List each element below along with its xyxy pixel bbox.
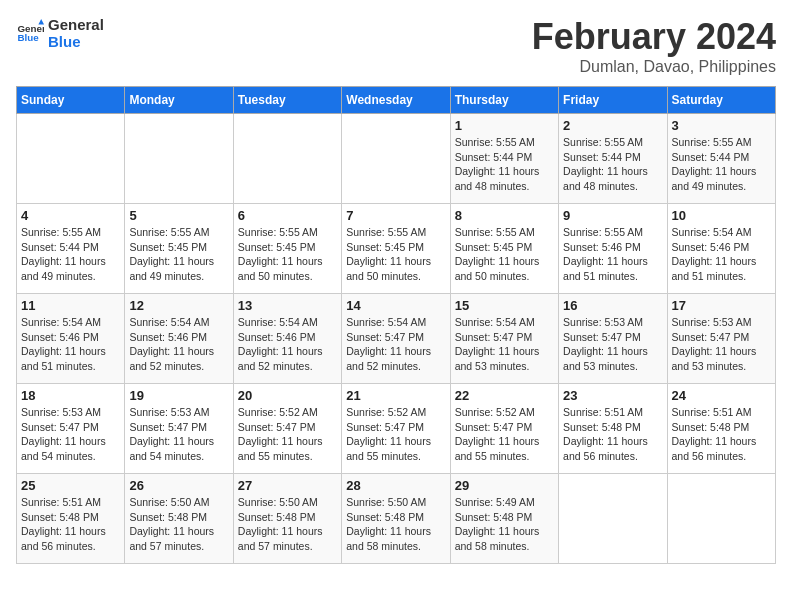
day-number: 6 bbox=[238, 208, 337, 223]
calendar-week-row: 4Sunrise: 5:55 AM Sunset: 5:44 PM Daylig… bbox=[17, 204, 776, 294]
day-info: Sunrise: 5:50 AM Sunset: 5:48 PM Dayligh… bbox=[238, 495, 337, 554]
day-number: 20 bbox=[238, 388, 337, 403]
weekday-header: Saturday bbox=[667, 87, 775, 114]
calendar-cell: 7Sunrise: 5:55 AM Sunset: 5:45 PM Daylig… bbox=[342, 204, 450, 294]
day-number: 13 bbox=[238, 298, 337, 313]
day-number: 11 bbox=[21, 298, 120, 313]
day-info: Sunrise: 5:54 AM Sunset: 5:47 PM Dayligh… bbox=[346, 315, 445, 374]
day-info: Sunrise: 5:53 AM Sunset: 5:47 PM Dayligh… bbox=[563, 315, 662, 374]
day-info: Sunrise: 5:52 AM Sunset: 5:47 PM Dayligh… bbox=[346, 405, 445, 464]
day-info: Sunrise: 5:49 AM Sunset: 5:48 PM Dayligh… bbox=[455, 495, 554, 554]
calendar-week-row: 1Sunrise: 5:55 AM Sunset: 5:44 PM Daylig… bbox=[17, 114, 776, 204]
calendar-cell bbox=[342, 114, 450, 204]
calendar-cell: 21Sunrise: 5:52 AM Sunset: 5:47 PM Dayli… bbox=[342, 384, 450, 474]
calendar-cell: 22Sunrise: 5:52 AM Sunset: 5:47 PM Dayli… bbox=[450, 384, 558, 474]
day-number: 8 bbox=[455, 208, 554, 223]
calendar-cell: 3Sunrise: 5:55 AM Sunset: 5:44 PM Daylig… bbox=[667, 114, 775, 204]
day-info: Sunrise: 5:53 AM Sunset: 5:47 PM Dayligh… bbox=[21, 405, 120, 464]
day-info: Sunrise: 5:51 AM Sunset: 5:48 PM Dayligh… bbox=[672, 405, 771, 464]
day-info: Sunrise: 5:52 AM Sunset: 5:47 PM Dayligh… bbox=[238, 405, 337, 464]
header: General Blue General Blue February 2024 … bbox=[16, 16, 776, 76]
calendar-week-row: 25Sunrise: 5:51 AM Sunset: 5:48 PM Dayli… bbox=[17, 474, 776, 564]
calendar-cell: 16Sunrise: 5:53 AM Sunset: 5:47 PM Dayli… bbox=[559, 294, 667, 384]
day-number: 2 bbox=[563, 118, 662, 133]
weekday-header: Monday bbox=[125, 87, 233, 114]
weekday-header: Tuesday bbox=[233, 87, 341, 114]
calendar-cell: 25Sunrise: 5:51 AM Sunset: 5:48 PM Dayli… bbox=[17, 474, 125, 564]
day-info: Sunrise: 5:54 AM Sunset: 5:46 PM Dayligh… bbox=[129, 315, 228, 374]
day-number: 9 bbox=[563, 208, 662, 223]
day-number: 22 bbox=[455, 388, 554, 403]
calendar-cell: 26Sunrise: 5:50 AM Sunset: 5:48 PM Dayli… bbox=[125, 474, 233, 564]
day-info: Sunrise: 5:55 AM Sunset: 5:45 PM Dayligh… bbox=[346, 225, 445, 284]
day-info: Sunrise: 5:50 AM Sunset: 5:48 PM Dayligh… bbox=[129, 495, 228, 554]
location-subtitle: Dumlan, Davao, Philippines bbox=[532, 58, 776, 76]
calendar-cell: 17Sunrise: 5:53 AM Sunset: 5:47 PM Dayli… bbox=[667, 294, 775, 384]
svg-text:Blue: Blue bbox=[17, 32, 39, 43]
calendar-cell: 11Sunrise: 5:54 AM Sunset: 5:46 PM Dayli… bbox=[17, 294, 125, 384]
calendar-cell: 4Sunrise: 5:55 AM Sunset: 5:44 PM Daylig… bbox=[17, 204, 125, 294]
title-area: February 2024 Dumlan, Davao, Philippines bbox=[532, 16, 776, 76]
day-number: 16 bbox=[563, 298, 662, 313]
day-info: Sunrise: 5:55 AM Sunset: 5:44 PM Dayligh… bbox=[21, 225, 120, 284]
calendar-cell: 24Sunrise: 5:51 AM Sunset: 5:48 PM Dayli… bbox=[667, 384, 775, 474]
calendar-cell bbox=[667, 474, 775, 564]
calendar-cell: 14Sunrise: 5:54 AM Sunset: 5:47 PM Dayli… bbox=[342, 294, 450, 384]
logo-blue: Blue bbox=[48, 33, 104, 50]
day-number: 10 bbox=[672, 208, 771, 223]
day-info: Sunrise: 5:55 AM Sunset: 5:45 PM Dayligh… bbox=[455, 225, 554, 284]
day-number: 23 bbox=[563, 388, 662, 403]
day-number: 7 bbox=[346, 208, 445, 223]
day-info: Sunrise: 5:55 AM Sunset: 5:44 PM Dayligh… bbox=[563, 135, 662, 194]
day-number: 14 bbox=[346, 298, 445, 313]
day-number: 26 bbox=[129, 478, 228, 493]
day-number: 3 bbox=[672, 118, 771, 133]
logo-general: General bbox=[48, 16, 104, 33]
calendar-cell: 6Sunrise: 5:55 AM Sunset: 5:45 PM Daylig… bbox=[233, 204, 341, 294]
calendar-table: SundayMondayTuesdayWednesdayThursdayFrid… bbox=[16, 86, 776, 564]
day-info: Sunrise: 5:53 AM Sunset: 5:47 PM Dayligh… bbox=[129, 405, 228, 464]
weekday-header: Thursday bbox=[450, 87, 558, 114]
day-info: Sunrise: 5:54 AM Sunset: 5:46 PM Dayligh… bbox=[21, 315, 120, 374]
calendar-cell: 8Sunrise: 5:55 AM Sunset: 5:45 PM Daylig… bbox=[450, 204, 558, 294]
day-number: 29 bbox=[455, 478, 554, 493]
calendar-cell bbox=[233, 114, 341, 204]
day-info: Sunrise: 5:54 AM Sunset: 5:47 PM Dayligh… bbox=[455, 315, 554, 374]
calendar-cell: 1Sunrise: 5:55 AM Sunset: 5:44 PM Daylig… bbox=[450, 114, 558, 204]
day-info: Sunrise: 5:54 AM Sunset: 5:46 PM Dayligh… bbox=[238, 315, 337, 374]
day-info: Sunrise: 5:55 AM Sunset: 5:46 PM Dayligh… bbox=[563, 225, 662, 284]
calendar-cell: 18Sunrise: 5:53 AM Sunset: 5:47 PM Dayli… bbox=[17, 384, 125, 474]
svg-marker-2 bbox=[38, 19, 44, 25]
calendar-cell: 2Sunrise: 5:55 AM Sunset: 5:44 PM Daylig… bbox=[559, 114, 667, 204]
weekday-header: Friday bbox=[559, 87, 667, 114]
calendar-cell: 19Sunrise: 5:53 AM Sunset: 5:47 PM Dayli… bbox=[125, 384, 233, 474]
day-info: Sunrise: 5:55 AM Sunset: 5:44 PM Dayligh… bbox=[672, 135, 771, 194]
calendar-cell: 13Sunrise: 5:54 AM Sunset: 5:46 PM Dayli… bbox=[233, 294, 341, 384]
calendar-cell: 27Sunrise: 5:50 AM Sunset: 5:48 PM Dayli… bbox=[233, 474, 341, 564]
calendar-week-row: 11Sunrise: 5:54 AM Sunset: 5:46 PM Dayli… bbox=[17, 294, 776, 384]
day-info: Sunrise: 5:55 AM Sunset: 5:45 PM Dayligh… bbox=[238, 225, 337, 284]
logo: General Blue General Blue bbox=[16, 16, 104, 50]
day-number: 1 bbox=[455, 118, 554, 133]
day-number: 15 bbox=[455, 298, 554, 313]
calendar-cell: 12Sunrise: 5:54 AM Sunset: 5:46 PM Dayli… bbox=[125, 294, 233, 384]
day-number: 24 bbox=[672, 388, 771, 403]
calendar-cell: 15Sunrise: 5:54 AM Sunset: 5:47 PM Dayli… bbox=[450, 294, 558, 384]
day-info: Sunrise: 5:51 AM Sunset: 5:48 PM Dayligh… bbox=[21, 495, 120, 554]
day-number: 12 bbox=[129, 298, 228, 313]
day-info: Sunrise: 5:55 AM Sunset: 5:45 PM Dayligh… bbox=[129, 225, 228, 284]
day-number: 17 bbox=[672, 298, 771, 313]
calendar-cell bbox=[17, 114, 125, 204]
calendar-cell bbox=[559, 474, 667, 564]
logo-icon: General Blue bbox=[16, 19, 44, 47]
calendar-cell: 29Sunrise: 5:49 AM Sunset: 5:48 PM Dayli… bbox=[450, 474, 558, 564]
day-number: 18 bbox=[21, 388, 120, 403]
weekday-header: Wednesday bbox=[342, 87, 450, 114]
month-title: February 2024 bbox=[532, 16, 776, 58]
day-number: 19 bbox=[129, 388, 228, 403]
day-number: 4 bbox=[21, 208, 120, 223]
day-number: 28 bbox=[346, 478, 445, 493]
calendar-cell: 23Sunrise: 5:51 AM Sunset: 5:48 PM Dayli… bbox=[559, 384, 667, 474]
day-info: Sunrise: 5:53 AM Sunset: 5:47 PM Dayligh… bbox=[672, 315, 771, 374]
day-number: 25 bbox=[21, 478, 120, 493]
